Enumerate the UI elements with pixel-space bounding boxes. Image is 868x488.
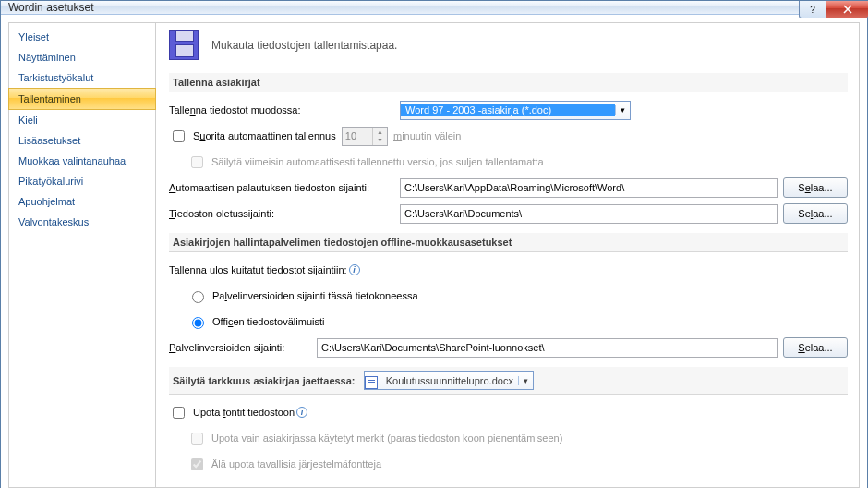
chevron-down-icon: ▾ [518, 376, 533, 385]
checkbox-embed-nosys-input [191, 458, 203, 470]
row-radio-cache: Officen tiedostovälimuisti [169, 311, 848, 332]
checkbox-embed-nosys-label: Älä upota tavallisia järjestelmäfontteja [211, 458, 381, 470]
checkbox-embed-fonts-label: Upota fontit tiedostoon [193, 407, 295, 418]
autosave-interval-spinner[interactable]: ▲▼ [342, 127, 388, 146]
options-dialog: Wordin asetukset ? Yleiset Näyttäminen T… [0, 0, 868, 488]
panel-header-text: Mukauta tiedostojen tallentamistapaa. [211, 39, 397, 52]
label-checkout-lead: Tallenna ulos kuitatut tiedostot sijaint… [169, 264, 347, 275]
titlebar: Wordin asetukset ? [1, 1, 867, 15]
input-autorecover-loc[interactable] [400, 178, 778, 198]
sidebar-item-advanced[interactable]: Lisäasetukset [9, 130, 155, 151]
checkbox-embed-subset: Upota vain asiakirjassa käytetyt merkit … [187, 430, 562, 447]
sidebar-item-language[interactable]: Kieli [9, 110, 155, 130]
row-server-drafts: Palvelinversioiden sijainti: Selaa... [169, 337, 848, 358]
row-autosave: Suorita automaattinen tallennus ▲▼ minuu… [169, 126, 848, 146]
combo-save-format[interactable]: Word 97 - 2003 -asiakirja (*.doc) ▾ [400, 101, 631, 120]
input-server-drafts[interactable] [317, 338, 778, 358]
radio-server-location-label: Palvelinversioiden sijainti tässä tietok… [212, 290, 418, 301]
checkbox-keep-last: Säilytä viimeisin automaattisesti tallen… [187, 153, 544, 171]
row-radio-server: Palvelinversioiden sijainti tässä tietok… [169, 286, 848, 306]
label-save-format: Tallenna tiedostot muodossa: [169, 104, 400, 116]
row-embed-nosys: Älä upota tavallisia järjestelmäfontteja [169, 454, 848, 474]
checkbox-autosave-label: Suorita automaattinen tallennus [193, 130, 336, 141]
radio-office-cache-label: Officen tiedostovälimuisti [212, 316, 324, 327]
checkbox-embed-nosys: Älä upota tavallisia järjestelmäfontteja [187, 456, 381, 473]
row-checkout-lead: Tallenna ulos kuitatut tiedostot sijaint… [169, 260, 848, 280]
radio-office-cache-input[interactable] [192, 317, 204, 329]
row-embed-subset: Upota vain asiakirjassa käytetyt merkit … [169, 428, 848, 448]
section-offline: Asiakirjojen hallintapalvelimen tiedosto… [169, 233, 848, 252]
browse-autorecover-button[interactable]: Selaa... [783, 177, 848, 198]
word-doc-icon [365, 376, 378, 389]
label-fidelity: Säilytä tarkkuus asiakirjaa jaettaessa: [173, 375, 356, 386]
chevron-down-icon: ▾ [615, 105, 630, 115]
content: Yleiset Näyttäminen Tarkistustyökalut Ta… [1, 15, 867, 488]
checkbox-embed-fonts-input[interactable] [173, 407, 185, 419]
sidebar-item-proofing[interactable]: Tarkistustyökalut [9, 67, 155, 88]
category-sidebar: Yleiset Näyttäminen Tarkistustyökalut Ta… [8, 22, 156, 488]
radio-server-location-input[interactable] [192, 291, 204, 303]
row-keep-last: Säilytä viimeisin automaattisesti tallen… [169, 152, 848, 172]
checkbox-autosave-input[interactable] [173, 130, 185, 142]
checkbox-keep-last-input [191, 156, 203, 168]
sidebar-item-trust[interactable]: Valvontakeskus [9, 212, 155, 232]
sidebar-item-qat[interactable]: Pikatyökalurivi [9, 171, 155, 191]
sidebar-item-addins[interactable]: Apuohjelmat [9, 191, 155, 212]
close-icon [843, 5, 852, 14]
checkbox-embed-subset-label: Upota vain asiakirjassa käytetyt merkit … [211, 433, 562, 444]
row-default-loc: Tiedoston oletussijainti: Selaa... [169, 203, 848, 224]
combo-fidelity-value: Koulutussuunnittelupro.docx [381, 375, 518, 386]
input-default-loc[interactable] [400, 204, 778, 224]
combo-save-format-value: Word 97 - 2003 -asiakirja (*.doc) [401, 104, 615, 116]
label-default-loc: Tiedoston oletussijainti: [169, 208, 400, 219]
window-title: Wordin asetukset [8, 1, 94, 14]
section-save-documents: Tallenna asiakirjat [169, 73, 848, 92]
autosave-suffix: minuutin välein [393, 130, 461, 141]
checkbox-keep-last-label: Säilytä viimeisin automaattisesti tallen… [211, 156, 544, 167]
sidebar-item-display[interactable]: Näyttäminen [9, 47, 155, 67]
browse-server-drafts-button[interactable]: Selaa... [783, 337, 848, 358]
checkbox-autosave[interactable]: Suorita automaattinen tallennus [169, 128, 336, 145]
panel-header: Mukauta tiedostojen tallentamistapaa. [169, 30, 848, 60]
help-button[interactable]: ? [799, 1, 826, 18]
label-autorecover-loc: Automaattisen palautuksen tiedoston sija… [169, 182, 400, 193]
window-buttons: ? [799, 1, 867, 18]
section-fidelity: Säilytä tarkkuus asiakirjaa jaettaessa: … [169, 367, 848, 395]
info-icon[interactable]: i [349, 264, 360, 275]
main-panel: Mukauta tiedostojen tallentamistapaa. Ta… [156, 22, 860, 488]
autosave-interval-input [343, 128, 372, 145]
sidebar-item-general[interactable]: Yleiset [9, 27, 155, 47]
combo-fidelity-doc[interactable]: Koulutussuunnittelupro.docx ▾ [364, 371, 534, 390]
sidebar-item-save[interactable]: Tallentaminen [8, 88, 156, 110]
info-icon[interactable]: i [296, 407, 307, 418]
spinner-arrows: ▲▼ [372, 128, 387, 145]
radio-server-location[interactable]: Palvelinversioiden sijainti tässä tietok… [187, 288, 418, 303]
sidebar-item-ribbon[interactable]: Muokkaa valintanauhaa [9, 151, 155, 171]
radio-office-cache[interactable]: Officen tiedostovälimuisti [187, 314, 324, 329]
save-disk-icon [169, 30, 199, 60]
label-server-drafts: Palvelinversioiden sijainti: [169, 342, 317, 353]
row-embed-fonts: Upota fontit tiedostoon i [169, 402, 848, 422]
checkbox-embed-subset-input [191, 433, 203, 445]
browse-default-button[interactable]: Selaa... [783, 203, 848, 224]
row-format: Tallenna tiedostot muodossa: Word 97 - 2… [169, 100, 848, 120]
close-button[interactable] [826, 1, 868, 18]
checkbox-embed-fonts[interactable]: Upota fontit tiedostoon [169, 404, 295, 421]
row-autorecover-loc: Automaattisen palautuksen tiedoston sija… [169, 177, 848, 198]
